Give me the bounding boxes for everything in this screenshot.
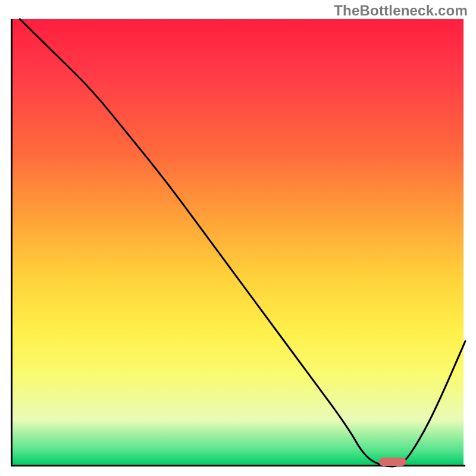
optimum-marker — [379, 458, 406, 466]
bottleneck-curve — [20, 19, 465, 466]
watermark-text: TheBottleneck.com — [334, 2, 468, 19]
chart-area — [11, 19, 465, 466]
chart-svg — [11, 19, 465, 466]
